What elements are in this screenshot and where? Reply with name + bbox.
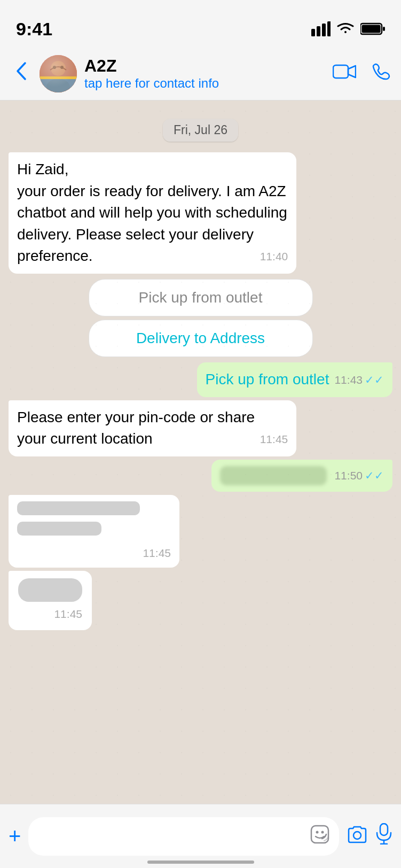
sticker-button[interactable] [310,825,329,848]
options-container: Pick up from outlet Delivery to Address [9,279,392,357]
message-bubble-incoming: Please enter your pin-code or share your… [9,400,296,456]
blurred-content [220,466,327,485]
microphone-button[interactable] [375,823,392,849]
read-checkmarks: ✓✓ [365,469,384,482]
svg-point-8 [51,61,66,76]
message-time: 11:45 [260,431,288,447]
home-indicator [147,861,254,864]
message-row: Hi Zaid,your order is ready for delivery… [9,152,392,274]
date-text: Fri, Jul 26 [163,119,238,142]
chat-header: A2Z tap here for contact info [0,47,401,100]
message-time: 11:40 [260,249,288,265]
svg-rect-7 [40,55,77,92]
svg-rect-12 [40,76,77,92]
date-label: Fri, Jul 26 [9,119,392,142]
svg-rect-1 [317,26,320,36]
input-bar: + [0,804,401,868]
svg-rect-5 [383,27,385,31]
svg-rect-2 [322,24,326,36]
svg-point-9 [46,79,70,92]
status-icons [311,21,385,36]
svg-point-18 [353,832,361,839]
message-row-outgoing: Pick up from outlet 11:43✓✓ [9,362,392,397]
message-row-blurred: 11:50✓✓ [9,460,392,492]
svg-rect-0 [311,29,315,36]
svg-rect-13 [40,76,77,79]
signal-icon [311,21,331,36]
svg-rect-6 [362,25,381,33]
video-call-button[interactable] [333,63,356,85]
battery-icon [360,22,385,35]
svg-point-10 [53,66,56,69]
camera-button[interactable] [347,825,368,848]
contact-info[interactable]: A2Z tap here for contact info [84,56,325,91]
header-actions [333,62,390,86]
skeleton-line [17,522,101,536]
message-text: Pick up from outlet [206,371,329,387]
svg-point-17 [321,831,324,833]
svg-rect-19 [380,824,388,835]
delivery-option-button[interactable]: Delivery to Address [89,320,313,357]
svg-point-11 [60,66,64,69]
pickup-option-button[interactable]: Pick up from outlet [89,279,313,316]
contact-name: A2Z [84,56,325,76]
svg-point-16 [316,831,319,833]
message-bubble-skeleton-sm: 11:45 [9,571,92,630]
contact-subtitle: tap here for contact info [84,76,325,91]
message-bubble-incoming: Hi Zaid,your order is ready for delivery… [9,152,296,274]
svg-rect-14 [333,65,348,78]
skeleton-sm [18,578,82,602]
message-row-skeleton-sm: 11:45 [9,571,392,630]
message-text: Please enter your pin-code or share your… [17,409,255,447]
chat-area: Fri, Jul 26 Hi Zaid,your order is ready … [0,100,401,804]
message-input[interactable] [28,817,339,856]
message-bubble-outgoing: Pick up from outlet 11:43✓✓ [197,362,392,397]
message-bubble-skeleton: 11:45 [9,495,179,568]
wifi-icon [336,21,355,36]
message-time: 11:45 [143,545,171,561]
message-text: Hi Zaid,your order is ready for delivery… [17,161,287,264]
read-checkmarks: ✓✓ [365,374,384,386]
skeleton-line [17,501,140,515]
back-button[interactable] [11,61,32,86]
message-time: 11:50✓✓ [334,469,384,482]
message-row-skeleton: 11:45 [9,495,392,568]
status-bar: 9:41 [0,0,401,47]
phone-call-button[interactable] [371,62,390,86]
svg-rect-3 [327,21,331,36]
avatar[interactable] [40,55,77,92]
add-attachment-button[interactable]: + [9,824,21,848]
message-bubble-blurred: 11:50✓✓ [211,460,392,492]
message-time: 11:43✓✓ [334,372,384,388]
message-time: 11:45 [54,606,82,622]
status-time: 9:41 [16,19,52,40]
message-row: Please enter your pin-code or share your… [9,400,392,456]
